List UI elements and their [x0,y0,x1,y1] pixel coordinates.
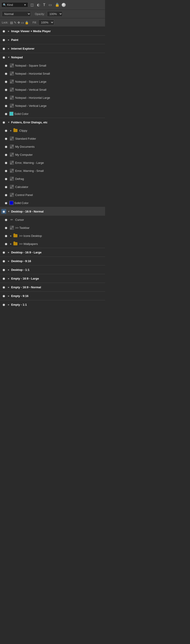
visibility-icon[interactable]: ◉ [4,63,8,68]
visibility-icon[interactable]: ◉ [1,258,6,264]
collapse-chevron[interactable]: ► [7,38,10,41]
visibility-icon[interactable]: ◉ [4,144,8,149]
group-image-viewer-header[interactable]: ◉ ► Image Viewer + Media Player [0,27,105,35]
image-icon[interactable]: ◫ [30,2,35,7]
collapse-chevron[interactable]: ► [7,251,10,254]
group-notepad-header[interactable]: ◉ ▼ Notepad [0,53,105,62]
collapse-chevron[interactable]: ► [7,286,10,289]
group-ie-header[interactable]: ◉ ► Internet Explorer [0,44,105,53]
layer-taskbar[interactable]: ◉ >> Taskbar [0,224,105,232]
group-folders-header[interactable]: ◉ ▼ Folders, Error Dialogs, etc [0,118,105,126]
collapse-chevron[interactable]: ► [10,242,12,245]
visibility-icon[interactable]: ◉ [4,95,8,100]
visibility-icon[interactable]: ◉ [4,233,8,238]
visibility-icon[interactable]: ◉ [1,302,6,307]
layer-calculator[interactable]: ◉ Calculator [0,183,105,191]
expand-chevron[interactable]: ▼ [7,56,10,59]
collapse-chevron[interactable]: ► [10,234,12,237]
visibility-icon[interactable]: ◉ [1,250,6,255]
visibility-icon[interactable]: ◉ [4,160,8,165]
layer-error-warning-sm[interactable]: ◉ Error, Warning - Small [0,167,105,175]
layer-defrag[interactable]: ◉ Defrag [0,175,105,183]
layer-notepad-solid[interactable]: ◉ Solid Color [0,110,105,118]
group-paint-header[interactable]: ◉ ► Paint [0,36,105,44]
visibility-icon[interactable]: ◉ [4,79,8,84]
visibility-icon[interactable]: ◉ [4,111,8,116]
group-empty-169-normal-header[interactable]: ◉ ► Empty - 16:9 - Normal [0,283,105,292]
fill-select[interactable]: 100% 75% 50% [38,20,54,25]
layer-control-panel[interactable]: ◉ Control Panel [0,191,105,199]
group-desktop-916-header[interactable]: ◉ ► Desktop - 9:16 [0,257,105,265]
visibility-icon[interactable]: ◉ [1,209,6,214]
collapse-chevron[interactable]: ► [7,303,10,306]
group-empty-169-large-header[interactable]: ◉ ► Empty - 16:9 - Large [0,274,105,283]
visibility-icon[interactable]: ◉ [4,217,8,222]
visibility-icon[interactable]: ◉ [1,276,6,281]
layer-error-warning-lg[interactable]: ◉ Error, Warning - Large [0,159,105,167]
layer-notepad-sq-lg[interactable]: ◉ Notepad - Square Large [0,78,105,86]
collapse-chevron[interactable]: ► [7,30,10,32]
visibility-icon[interactable]: ◉ [4,200,8,205]
group-empty-11-header[interactable]: ◉ ► Empty - 1:1 [0,300,105,309]
collapse-chevron[interactable]: ► [10,129,12,132]
collapse-chevron[interactable]: ► [7,47,10,50]
visibility-icon[interactable]: ◉ [1,294,6,298]
layer-notepad-v-lg[interactable]: ◉ Notepad - Vertical Large [0,102,105,110]
visibility-icon[interactable]: ◉ [4,152,8,157]
visibility-icon[interactable]: ◉ [4,136,8,141]
group-desktop-169-large-header[interactable]: ◉ ► Desktop - 16:9 - Large [0,248,105,256]
collapse-chevron[interactable]: ► [7,277,10,280]
visibility-icon[interactable]: ◉ [1,55,6,60]
visibility-icon[interactable]: ◉ [4,225,8,230]
search-box[interactable]: 🔍 ▼ [1,2,28,7]
visibility-icon[interactable]: ◉ [1,285,6,290]
layer-folders-solid[interactable]: ◉ Solid Color [0,199,105,207]
visibility-icon[interactable]: ◉ [4,184,8,189]
visibility-icon[interactable]: ◉ [4,176,8,181]
visibility-icon[interactable]: ◉ [1,120,6,125]
collapse-chevron[interactable]: ► [7,268,10,271]
lock-checkerboard-icon[interactable]: ▤ [10,21,13,24]
group-desktop-11-header[interactable]: ◉ ► Desktop - 1:1 [0,266,105,274]
group-empty-916-header[interactable]: ◉ ► Empty - 9:16 [0,292,105,300]
expand-chevron[interactable]: ▼ [7,121,10,124]
layer-wallpapers[interactable]: ◉ ► >> Wallpapers [0,240,105,248]
collapse-chevron[interactable]: ► [7,260,10,262]
visibility-icon[interactable]: ◉ [1,37,6,42]
visibility-icon[interactable]: ◉ [4,192,8,197]
transform-icon[interactable]: ▭ [48,2,53,7]
layer-notepad-h-sm[interactable]: ◉ Notepad - Horizontal Small [0,70,105,78]
layer-my-computer[interactable]: ◉ My Computer [0,150,105,159]
visibility-icon[interactable]: ◉ [1,267,6,272]
layer-cursor[interactable]: ◉ ✎ Cursor [0,216,105,224]
layer-icons-desktop[interactable]: ◉ ► >> Icons Desktop [0,232,105,240]
opacity-select[interactable]: 100% 75% 50% 25% [47,11,62,17]
layer-notepad-h-lg[interactable]: ◉ Notepad - Horizontal Large [0,94,105,102]
blend-mode-select[interactable]: Normal Dissolve Multiply Screen Overlay [2,11,31,17]
visibility-icon[interactable]: ◉ [4,168,8,173]
layer-clippy[interactable]: ◉ ► Clippy [0,126,105,134]
visibility-icon[interactable]: ◉ [4,71,8,76]
visibility-icon[interactable]: ◉ [1,28,6,34]
lock-artboard-icon[interactable]: ▭ [21,21,24,24]
circle-half-icon[interactable]: ◐ [36,2,41,7]
search-input[interactable] [7,3,23,6]
expand-chevron[interactable]: ▼ [7,210,10,213]
layer-my-documents[interactable]: ◉ My Documents [0,142,105,150]
visibility-icon[interactable]: ◉ [4,87,8,92]
visibility-icon[interactable]: ◉ [4,128,8,133]
lock-move-icon[interactable]: ✥ [18,21,20,24]
group-desktop-169-normal-header[interactable]: ◉ ▼ Desktop - 16:9 - Normal [0,207,105,216]
visibility-icon[interactable]: ◉ [1,46,6,51]
lock-all-icon[interactable]: 🔒 [25,21,28,24]
search-dropdown-arrow[interactable]: ▼ [24,3,26,6]
visibility-icon[interactable]: ◉ [4,103,8,108]
visibility-icon[interactable]: ◉ [4,241,8,246]
layer-standard-folder[interactable]: ◉ Standard Folder [0,134,105,142]
lock-paint-icon[interactable]: ✎ [14,21,16,24]
layer-notepad-v-sm[interactable]: ◉ Notepad - Vertical Small [0,86,105,94]
text-icon[interactable]: T [42,2,46,7]
lock-icon[interactable]: 🔒 [54,2,60,7]
collapse-chevron[interactable]: ► [7,294,10,298]
layer-notepad-sq-sm[interactable]: ◉ Notepad - Square Small [0,62,105,70]
